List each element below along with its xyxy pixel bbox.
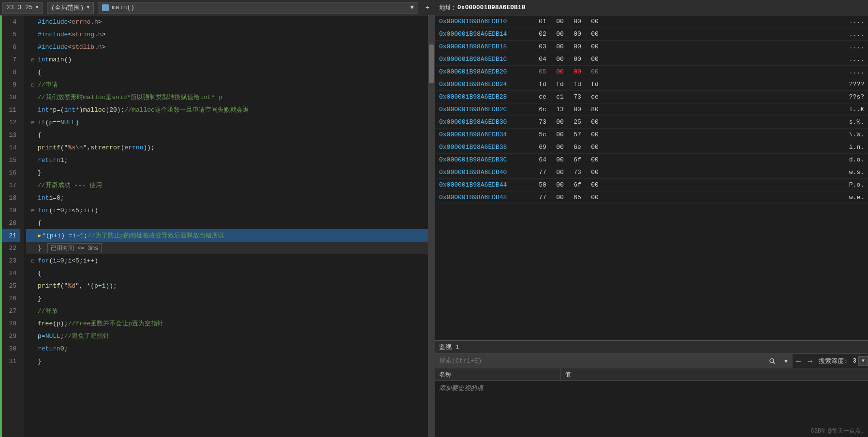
mem-byte-7-1: 13 xyxy=(553,106,567,113)
line-number-28: 28 xyxy=(0,317,20,330)
memory-bytes-10: 69006e00 xyxy=(536,144,835,151)
code-line-4: #include<errno.h> xyxy=(26,15,428,28)
memory-ascii-8: s.%. xyxy=(835,118,864,126)
mem-byte-6-0: ce xyxy=(536,93,549,101)
scope-dropdown[interactable]: (全局范围) ▼ xyxy=(47,2,94,14)
green-bar-indicator xyxy=(0,15,2,437)
addr-value: 0x000001B98A6EDB10 xyxy=(457,4,525,11)
mem-byte-4-1: 00 xyxy=(553,68,567,75)
line-number-27: 27 xyxy=(0,305,20,317)
memory-addr-5: 0x000001B98A6EDB24 xyxy=(439,81,536,88)
memory-row-14: 0x000001B98A6EDB4877006500w.e. xyxy=(435,191,868,204)
memory-bytes-7: 6c130080 xyxy=(536,106,835,113)
scrollbar-thumb[interactable] xyxy=(429,44,434,83)
code-line-15: return 1; xyxy=(26,154,428,166)
mem-byte-5-2: fd xyxy=(571,81,584,88)
func-dropdown[interactable]: main() ▼ xyxy=(98,2,418,14)
fold-indicator-9[interactable]: ⊟ xyxy=(28,82,38,88)
memory-ascii-10: i.n. xyxy=(835,144,864,151)
watch-prev-button[interactable]: ← xyxy=(793,354,804,368)
scrollbar[interactable] xyxy=(428,15,435,437)
mem-byte-6-3: ce xyxy=(588,93,602,101)
code-line-5: #include<string.h> xyxy=(26,28,428,41)
line-number-14: 14 xyxy=(0,141,20,154)
watch-next-button[interactable]: → xyxy=(804,354,816,368)
fold-indicator-23[interactable]: ⊟ xyxy=(28,258,38,264)
watch-add-item-row[interactable]: 添加要监视的项 xyxy=(435,381,868,395)
addr-label: 地址: xyxy=(439,3,456,12)
mem-byte-2-1: 00 xyxy=(553,43,567,50)
memory-ascii-13: P.o. xyxy=(835,181,864,189)
line-number-24: 24 xyxy=(0,267,20,279)
fold-indicator-19[interactable]: ⊟ xyxy=(28,207,38,214)
code-lines[interactable]: #include<errno.h> #include<string.h> #in… xyxy=(24,15,428,437)
memory-bytes-1: 02000000 xyxy=(536,30,835,38)
code-line-18: int i = 0; xyxy=(26,191,428,204)
line-number-23: 23 xyxy=(0,254,20,267)
code-line-28: free(p);//free函数并不会让p置为空指针 xyxy=(26,317,428,330)
line-number-19: 19 xyxy=(0,204,20,217)
mem-byte-9-3: 00 xyxy=(588,131,602,138)
memory-bytes-8: 73002500 xyxy=(536,118,835,126)
mem-byte-2-2: 00 xyxy=(571,43,584,50)
watch-search-row: ▼ ← → 搜索深度: 3 ▼ xyxy=(435,354,868,368)
memory-row-10: 0x000001B98A6EDB3869006e00i.n. xyxy=(435,141,868,154)
mem-byte-9-0: 5c xyxy=(536,131,549,138)
watch-col-name: 名称 xyxy=(435,368,561,380)
watch-search-input[interactable] xyxy=(435,354,765,368)
line-number-15: 15 xyxy=(0,154,20,166)
watch-depth-dropdown[interactable]: ▼ xyxy=(858,356,868,366)
memory-addr-3: 0x000001B98A6EDB1C xyxy=(439,56,536,63)
code-line-16: } xyxy=(26,166,428,179)
memory-ascii-11: d.o. xyxy=(835,156,864,163)
mem-byte-6-1: c1 xyxy=(553,93,567,101)
fold-indicator-12[interactable]: ⊟ xyxy=(28,119,38,126)
memory-bytes-13: 50006f00 xyxy=(536,181,835,189)
mem-byte-5-3: fd xyxy=(588,81,602,88)
mem-byte-5-1: fd xyxy=(553,81,567,88)
code-line-29: p = NULL;//避免了野指针 xyxy=(26,330,428,342)
toolbar: 23_3_25 ▼ (全局范围) ▼ main() ▼ + 地址: 0x0000… xyxy=(0,0,868,15)
memory-addr-11: 0x000001B98A6EDB3C xyxy=(439,156,536,163)
memory-ascii-6: ??s? xyxy=(835,93,864,101)
memory-addr-13: 0x000001B98A6EDB44 xyxy=(439,181,536,189)
mem-byte-12-2: 73 xyxy=(571,169,584,176)
mem-byte-10-2: 6e xyxy=(571,144,584,151)
mem-byte-8-3: 00 xyxy=(588,118,602,126)
watch-table-header: 名称 值 xyxy=(435,368,868,381)
watch-add-item-text: 添加要监视的项 xyxy=(439,384,483,393)
fold-indicator-7[interactable]: ⊟ xyxy=(28,57,38,63)
mem-byte-3-3: 00 xyxy=(588,56,602,63)
mem-byte-0-1: 00 xyxy=(553,18,567,25)
csdn-watermark: CSDN @每天一点点. xyxy=(811,427,864,435)
code-line-21: ▶ *(p + i) = i + 1;//为了防止p的地址被改变导致后面释放出错… xyxy=(26,229,428,242)
file-dropdown[interactable]: 23_3_25 ▼ xyxy=(2,2,43,14)
add-watch-button[interactable]: + xyxy=(420,4,435,12)
memory-row-0: 0x000001B98A6EDB1001000000.... xyxy=(435,15,868,28)
code-line-12: ⊟ if (p == NULL) xyxy=(26,116,428,129)
mem-byte-14-1: 00 xyxy=(553,194,567,201)
line-number-12: 12 xyxy=(0,116,20,129)
code-line-19: ⊟ for (i = 0; i < 5; i++) xyxy=(26,204,428,217)
watch-search-options-button[interactable]: ▼ xyxy=(779,354,793,368)
line-number-21: 21 xyxy=(0,229,20,242)
watch-panel: 监视 1 ▼ ← → 搜索深度: 3 ▼ xyxy=(435,340,868,437)
memory-row-2: 0x000001B98A6EDB1803000000.... xyxy=(435,41,868,53)
memory-row-8: 0x000001B98A6EDB3073002500s.%. xyxy=(435,116,868,129)
mem-byte-10-3: 00 xyxy=(588,144,602,151)
watch-col-value-header: 值 xyxy=(561,368,868,380)
memory-ascii-14: w.e. xyxy=(835,194,864,201)
code-area: 4567891011121314151617181920212223242526… xyxy=(0,15,435,437)
mem-byte-13-2: 6f xyxy=(571,181,584,189)
mem-byte-0-0: 01 xyxy=(536,18,549,25)
line-number-9: 9 xyxy=(0,78,20,91)
mem-byte-2-3: 00 xyxy=(588,43,602,50)
scope-label: (全局范围) xyxy=(51,3,84,12)
memory-row-1: 0x000001B98A6EDB1402000000.... xyxy=(435,28,868,41)
memory-addr-7: 0x000001B98A6EDB2C xyxy=(439,106,536,113)
memory-addr-4: 0x000001B98A6EDB20 xyxy=(439,68,536,75)
watch-search-button[interactable] xyxy=(765,354,779,368)
memory-view: 0x000001B98A6EDB1001000000....0x000001B9… xyxy=(435,15,868,340)
line-number-5: 5 xyxy=(0,28,20,41)
mem-byte-11-0: 64 xyxy=(536,156,549,163)
